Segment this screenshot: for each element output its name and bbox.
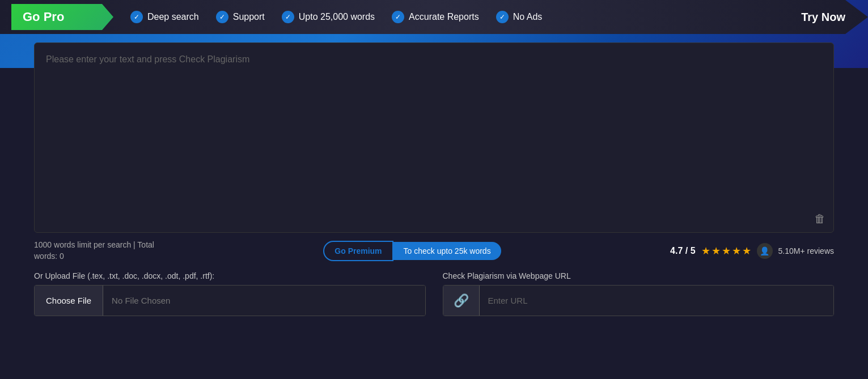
star-3: ★ (722, 245, 731, 257)
upload-label: Or Upload File (.tex, .txt, .doc, .docx,… (34, 271, 426, 280)
try-now-button[interactable]: Try Now (790, 5, 857, 29)
choose-file-button[interactable]: Choose File (35, 286, 103, 316)
url-section: Check Plagiarism via Webpage URL 🔗 (443, 271, 835, 316)
pro-banner: Go Pro ✓ Deep search ✓ Support ✓ Upto 25… (0, 0, 868, 34)
star-1: ★ (701, 245, 710, 257)
feature-reports: ✓ Accurate Reports (392, 11, 479, 23)
star-half: ★ (742, 245, 751, 257)
content-area: 🗑 1000 words limit per search | Total wo… (0, 34, 868, 325)
feature-no-ads: ✓ No Ads (496, 11, 543, 23)
file-input-wrapper: Choose File No File Chosen (34, 285, 426, 316)
go-pro-badge: Go Pro (11, 4, 113, 30)
feature-deep-search: ✓ Deep search (130, 11, 199, 23)
upload-row: Or Upload File (.tex, .txt, .doc, .docx,… (34, 269, 834, 316)
plagiarism-text-input[interactable] (35, 43, 833, 230)
no-file-label: No File Chosen (112, 296, 170, 305)
url-input[interactable] (480, 286, 834, 316)
star-4: ★ (732, 245, 741, 257)
file-name-display: No File Chosen (103, 286, 425, 316)
url-input-wrapper: 🔗 (443, 285, 835, 316)
feature-deep-search-label: Deep search (147, 12, 199, 22)
textarea-wrapper: 🗑 (34, 42, 834, 233)
rating-score: 4.7 / 5 (670, 246, 695, 256)
check-icon-reports: ✓ (392, 11, 404, 23)
review-avatar: 👤 (757, 243, 773, 259)
feature-support: ✓ Support (216, 11, 265, 23)
link-icon: 🔗 (454, 293, 469, 308)
word-limit-line2: words: 0 (34, 252, 64, 261)
go-pro-label: Go Pro (23, 10, 64, 24)
check-25k-label: To check upto 25k words (393, 242, 501, 260)
feature-words: ✓ Upto 25,000 words (282, 11, 375, 23)
rating-area: 4.7 / 5 ★ ★ ★ ★ ★ 👤 5.10M+ reviews (670, 243, 834, 259)
feature-support-label: Support (233, 12, 265, 22)
check-icon-no-ads: ✓ (496, 11, 509, 23)
reviews-count: 5.10M+ reviews (778, 246, 834, 255)
feature-no-ads-label: No Ads (513, 12, 543, 22)
star-2: ★ (712, 245, 721, 257)
feature-words-label: Upto 25,000 words (299, 12, 375, 22)
check-icon-support: ✓ (216, 11, 228, 23)
check-icon-words: ✓ (282, 11, 294, 23)
clear-text-icon[interactable]: 🗑 (814, 212, 825, 225)
stars-container: ★ ★ ★ ★ ★ (701, 245, 751, 257)
word-limit-line1: 1000 words limit per search | Total (34, 240, 154, 249)
go-premium-button[interactable]: Go Premium (323, 241, 393, 261)
url-label: Check Plagiarism via Webpage URL (443, 271, 835, 280)
feature-reports-label: Accurate Reports (409, 12, 479, 22)
controls-row: 1000 words limit per search | Total word… (34, 233, 834, 269)
premium-cta: Go Premium To check upto 25k words (323, 241, 501, 261)
word-limit-text: 1000 words limit per search | Total word… (34, 240, 154, 262)
check-icon-deep-search: ✓ (130, 11, 143, 23)
url-icon-button[interactable]: 🔗 (443, 286, 480, 316)
pro-features-list: ✓ Deep search ✓ Support ✓ Upto 25,000 wo… (130, 11, 790, 23)
upload-section: Or Upload File (.tex, .txt, .doc, .docx,… (34, 271, 426, 316)
